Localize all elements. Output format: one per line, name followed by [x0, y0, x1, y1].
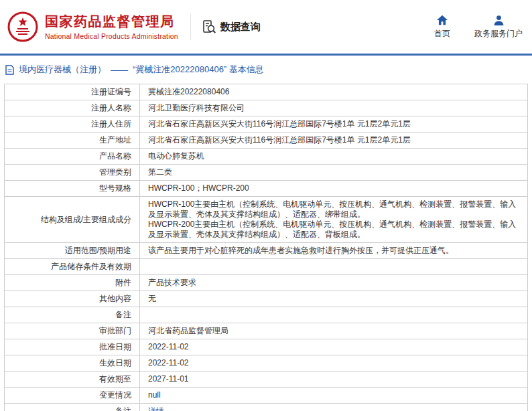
user-icon — [493, 15, 505, 25]
table-row: 有效期至 2027-11-01 — [5, 372, 528, 388]
row-label: 生效日期 — [5, 355, 140, 372]
row-value — [140, 259, 528, 275]
data-query-icon — [202, 19, 216, 34]
registration-info-table: 注册证编号 冀械注准20222080406 注册人名称 河北卫勤医疗科技有限公司… — [4, 84, 528, 411]
row-label: 产品储存条件及有效期 — [5, 259, 140, 275]
breadcrumb-separator: —— — [111, 65, 128, 75]
row-label: 结构及组成/主要组成成分 — [5, 197, 140, 243]
nav-home-label: 首页 — [434, 28, 450, 39]
table-row: 审批部门 河北省药品监督管理局 — [5, 323, 528, 339]
row-value: 河北省石家庄高新区兴安大街116号润江总部国际7号楼1单 元1层2单元1层 — [140, 133, 528, 149]
document-icon — [5, 65, 14, 75]
data-query-entry[interactable]: 数据查询 — [202, 19, 261, 34]
nav-home[interactable]: 首页 — [434, 15, 450, 39]
row-value: 详情 — [140, 404, 528, 411]
row-value: 河北卫勤医疗科技有限公司 — [140, 100, 528, 116]
row-value: 河北省石家庄高新区兴安大街116号润江总部国际7号楼1单 元1层2单元1层 — [140, 116, 528, 133]
home-icon — [436, 15, 448, 25]
row-label: 备注 — [5, 404, 140, 411]
table-row: 生效日期 2022-11-02 — [5, 355, 528, 372]
row-label: 变更情况 — [5, 388, 140, 404]
breadcrumb-section[interactable]: 境内医疗器械（注册） — [19, 64, 106, 76]
table-row: 附件 产品技术要求 — [5, 275, 528, 291]
row-value: 冀械注准20222080406 — [140, 84, 528, 100]
org-name-en: National Medical Products Administration — [45, 32, 178, 40]
table-row: 注册人名称 河北卫勤医疗科技有限公司 — [5, 100, 528, 116]
row-label: 注册证编号 — [5, 84, 140, 100]
nav-portal-label: 政务服务门户 — [474, 28, 523, 39]
detail-link[interactable]: 详情 — [148, 406, 164, 411]
table-row: 适用范围/预期用途 该产品主要用于对心脏猝死的成年患者实施急救时进行胸外按压，并… — [5, 243, 528, 259]
data-query-label: 数据查询 — [220, 21, 261, 33]
org-name-cn: 国家药品监督管理局 — [45, 13, 178, 29]
header-divider — [190, 13, 191, 40]
org-names: 国家药品监督管理局 National Medical Products Admi… — [45, 13, 178, 40]
row-value: HWCPR-100主要由主机（控制系统、电机驱动单元、按压机构、通气机构、检测装… — [140, 197, 528, 243]
row-label: 其他内容 — [5, 291, 140, 307]
table-row: 型号规格 HWCPR-100；HWCPR-200 — [5, 181, 528, 197]
row-label: 批准日期 — [5, 339, 140, 355]
table-row: 管理类别 第二类 — [5, 165, 528, 181]
breadcrumb-current: “冀械注准20222080406” 基本信息 — [133, 64, 264, 76]
table-row: 产品名称 电动心肺复苏机 — [5, 149, 528, 165]
table-row: 备注 详情 — [5, 404, 528, 411]
row-value: 2022-11-02 — [140, 355, 528, 372]
row-label: 注册人名称 — [5, 100, 140, 116]
site-header: 国家药品监督管理局 National Medical Products Admi… — [0, 0, 532, 54]
row-label: 管理类别 — [5, 165, 140, 181]
table-row: 产品储存条件及有效期 — [5, 259, 528, 275]
table-row: 注册人住所 河北省石家庄高新区兴安大街116号润江总部国际7号楼1单 元1层2单… — [5, 116, 528, 133]
row-label: 适用范围/预期用途 — [5, 243, 140, 259]
table-row: 结构及组成/主要组成成分 HWCPR-100主要由主机（控制系统、电机驱动单元、… — [5, 197, 528, 243]
row-value: 电动心肺复苏机 — [140, 149, 528, 165]
row-value: 无 — [140, 291, 528, 307]
row-value: 2027-11-01 — [140, 372, 528, 388]
row-label: 生产地址 — [5, 133, 140, 149]
row-value: 2022-11-02 — [140, 339, 528, 355]
nmpa-logo[interactable]: 国家药品监督管理局 National Medical Products Admi… — [7, 11, 178, 43]
row-value — [140, 307, 528, 323]
national-emblem-icon — [7, 11, 39, 43]
table-row: 生产地址 河北省石家庄高新区兴安大街116号润江总部国际7号楼1单 元1层2单元… — [5, 133, 528, 149]
row-label: 审批部门 — [5, 323, 140, 339]
table-row: 变更情况 null — [5, 388, 528, 404]
row-value: 该产品主要用于对心脏猝死的成年患者实施急救时进行胸外按压，并可提供正压通气。 — [140, 243, 528, 259]
table-row: 批准日期 2022-11-02 — [5, 339, 528, 355]
row-label: 注册人住所 — [5, 116, 140, 133]
row-label: 产品名称 — [5, 149, 140, 165]
row-label: 型号规格 — [5, 181, 140, 197]
row-value: 第二类 — [140, 165, 528, 181]
row-value: HWCPR-100；HWCPR-200 — [140, 181, 528, 197]
row-value: 河北省药品监督管理局 — [140, 323, 528, 339]
table-row: 注册证编号 冀械注准20222080406 — [5, 84, 528, 100]
row-value: 产品技术要求 — [140, 275, 528, 291]
info-table-body: 注册证编号 冀械注准20222080406 注册人名称 河北卫勤医疗科技有限公司… — [5, 84, 528, 411]
table-row: 备注 — [5, 307, 528, 323]
row-label: 有效期至 — [5, 372, 140, 388]
row-label: 附件 — [5, 275, 140, 291]
table-row: 其他内容 无 — [5, 291, 528, 307]
nav-portal[interactable]: 政务服务门户 — [474, 15, 523, 39]
breadcrumb: 境内医疗器械（注册） —— “冀械注准20222080406” 基本信息 — [0, 56, 532, 82]
row-value: null — [140, 388, 528, 404]
row-label: 备注 — [5, 307, 140, 323]
